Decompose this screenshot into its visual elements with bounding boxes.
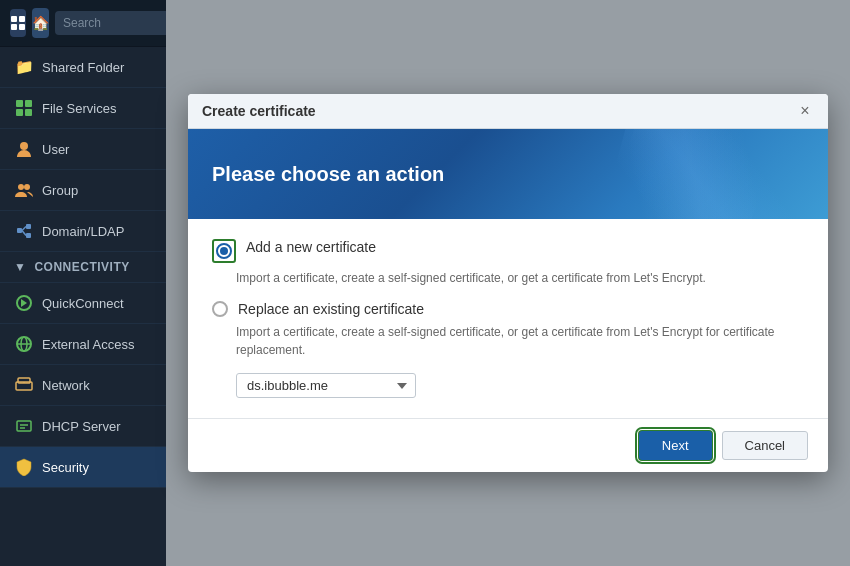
svg-rect-23 [17,421,31,431]
chevron-down-icon: ▼ [14,260,26,274]
file-services-icon [14,98,34,118]
quickconnect-icon [14,293,34,313]
svg-rect-3 [19,24,25,30]
svg-rect-1 [19,16,25,22]
sidebar-item-quickconnect[interactable]: QuickConnect [0,283,166,324]
modal-banner-title: Please choose an action [212,163,444,186]
sidebar-item-network[interactable]: Network [0,365,166,406]
sidebar-header: 🏠 [0,0,166,47]
sidebar-item-shared-folder[interactable]: 📁 Shared Folder [0,47,166,88]
modal-title: Create certificate [202,103,316,119]
svg-rect-12 [26,224,31,229]
svg-line-14 [22,227,26,231]
svg-point-9 [18,184,24,190]
sidebar-item-user[interactable]: User [0,129,166,170]
next-button[interactable]: Next [639,431,712,460]
option-add-new-row: Add a new certificate [212,239,804,263]
svg-rect-4 [16,100,23,107]
network-icon [14,375,34,395]
svg-rect-2 [11,24,17,30]
svg-rect-6 [16,109,23,116]
svg-point-10 [24,184,30,190]
modal-body: Add a new certificate Import a certifica… [188,219,828,418]
create-certificate-modal: Create certificate × Please choose an ac… [188,94,828,472]
app-logo [10,9,26,37]
connectivity-section[interactable]: ▼ Connectivity [0,252,166,283]
svg-point-8 [20,142,28,150]
svg-rect-11 [17,228,22,233]
add-new-label[interactable]: Add a new certificate [246,239,376,255]
shared-folder-icon: 📁 [14,57,34,77]
modal-titlebar: Create certificate × [188,94,828,129]
add-new-description: Import a certificate, create a self-sign… [236,269,804,287]
user-icon [14,139,34,159]
svg-rect-13 [26,233,31,238]
external-access-icon [14,334,34,354]
security-icon [14,457,34,477]
svg-line-15 [22,231,26,236]
group-icon [14,180,34,200]
main-content: Create certificate × Please choose an ac… [166,0,850,566]
replace-description: Import a certificate, create a self-sign… [236,323,804,359]
sidebar-item-security[interactable]: Security [0,447,166,488]
svg-rect-7 [25,109,32,116]
modal-overlay: Create certificate × Please choose an ac… [166,0,850,566]
sidebar-item-group[interactable]: Group [0,170,166,211]
home-button[interactable]: 🏠 [32,8,49,38]
sidebar-item-file-services[interactable]: File Services [0,88,166,129]
svg-rect-0 [11,16,17,22]
replace-label[interactable]: Replace an existing certificate [238,301,424,317]
dhcp-icon [14,416,34,436]
sidebar-item-external-access[interactable]: External Access [0,324,166,365]
sidebar-items: 📁 Shared Folder File Services [0,47,166,566]
modal-banner: Please choose an action [188,129,828,219]
certificate-dropdown-row: ds.ibubble.me [236,373,804,398]
cancel-button[interactable]: Cancel [722,431,808,460]
domain-icon [14,221,34,241]
certificate-dropdown[interactable]: ds.ibubble.me [236,373,416,398]
add-new-radio[interactable] [216,243,232,259]
add-new-radio-box[interactable] [212,239,236,263]
modal-footer: Next Cancel [188,418,828,472]
replace-radio[interactable] [212,301,228,317]
radio-dot [220,247,228,255]
svg-rect-5 [25,100,32,107]
sidebar-item-dhcp-server[interactable]: DHCP Server [0,406,166,447]
sidebar-item-domain-ldap[interactable]: Domain/LDAP [0,211,166,252]
modal-close-button[interactable]: × [796,102,814,120]
option-replace-row: Replace an existing certificate [212,301,804,317]
sidebar: 🏠 📁 Shared Folder File Services [0,0,166,566]
